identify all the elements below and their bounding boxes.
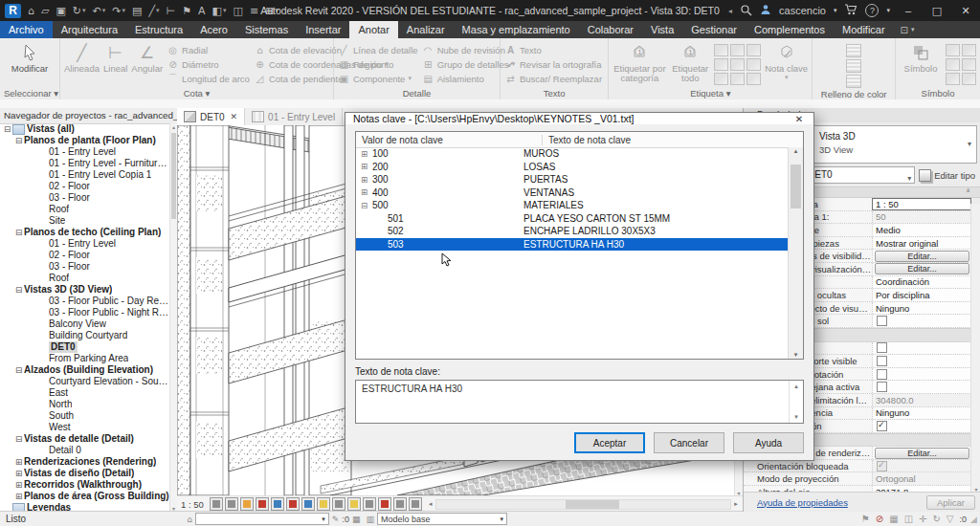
select-by-face-icon[interactable]: ◫ — [904, 514, 913, 524]
tree-item[interactable]: Courtyard Elevation - South Wing — [0, 376, 170, 387]
tree-item[interactable]: 03 - Floor Public - Day Rendering — [0, 296, 170, 307]
keynote-toggle-icon[interactable]: ⊞ — [361, 162, 372, 171]
property-value[interactable] — [872, 342, 971, 355]
properties-help-link[interactable]: Ayuda de propiedades — [757, 497, 848, 508]
tree-item[interactable]: 03 - Floor Public - Night Rendering — [0, 307, 170, 318]
keynote-row[interactable]: 503 ESTRUCTURA HA H30 — [356, 238, 789, 252]
print-icon[interactable]: ▤ — [132, 5, 142, 17]
default-3d-view-icon[interactable]: ◧▾ — [212, 5, 227, 17]
type-selector-caret-icon[interactable]: ▾ — [968, 140, 971, 148]
tab-acero[interactable]: Acero — [191, 21, 236, 38]
keynote-row[interactable]: ⊟ 500 MATERIALES — [356, 199, 789, 212]
tree-item[interactable]: West — [0, 422, 170, 433]
tree-item[interactable]: 01 - Entry Level — [0, 146, 170, 158]
tree-item[interactable]: Building Courtyard — [0, 330, 170, 341]
tab-sistemas[interactable]: Sistemas — [236, 21, 297, 38]
panel-label-cota[interactable]: Cota ▾ — [60, 87, 333, 99]
tree-item[interactable]: North — [0, 399, 170, 410]
aceptar-button[interactable]: Aceptar — [574, 432, 645, 453]
undo-icon[interactable]: ↶▾ — [93, 5, 106, 17]
username[interactable]: cascencio — [779, 5, 826, 16]
tree-toggle-icon[interactable]: ⊟ — [13, 135, 24, 146]
simbolo-button[interactable]: Símbolo — [900, 41, 942, 74]
tree-item[interactable]: Roof — [0, 273, 170, 284]
ayuda-button[interactable]: Ayuda — [733, 432, 804, 453]
tree-item[interactable]: ⊟ Planos de techo (Ceiling Plan) — [0, 227, 170, 238]
modify-button[interactable]: Modificar — [4, 41, 56, 74]
property-value[interactable]: Mostrar original — [872, 237, 971, 250]
tree-toggle-icon[interactable]: ⊞ — [13, 456, 24, 468]
tree-item[interactable]: ⊞ Vistas de diseño (Detail) — [0, 468, 170, 479]
keynote-scrollbar[interactable]: ▴▾ — [788, 147, 803, 359]
tree-item[interactable]: Balcony View — [0, 318, 170, 330]
tree-item[interactable]: 03 - Floor — [0, 192, 170, 204]
property-value[interactable] — [872, 368, 971, 381]
tree-item[interactable]: DET0 — [0, 341, 170, 353]
property-value[interactable]: Medio — [872, 224, 971, 236]
keynote-toggle-icon[interactable]: ⊟ — [361, 201, 372, 210]
tree-item[interactable]: ⊟ Vistas de detalle (Detail) — [0, 433, 170, 445]
home-icon[interactable]: ⌂ — [28, 5, 34, 17]
property-row[interactable]: Modo de proyección Ortogonal — [744, 472, 971, 486]
componente-button[interactable]: ▣Componente▾ — [338, 72, 418, 85]
span-direction-icon[interactable] — [946, 44, 960, 56]
filter-icon[interactable]: ▽ — [947, 514, 954, 524]
property-value[interactable]: Ortogonal — [872, 472, 971, 485]
view-scale-button[interactable]: 1 : 50 — [181, 499, 204, 510]
tree-item[interactable]: South — [0, 410, 170, 422]
lineal-button[interactable]: ⊢ Lineal — [103, 41, 127, 74]
tab-anotar[interactable]: Anotar — [349, 21, 397, 38]
region-button[interactable]: ▨Región▾ — [338, 57, 418, 71]
keynote-row[interactable]: ⊞ 400 VENTANAS — [356, 186, 789, 200]
thin-lines-icon[interactable]: ≡ — [250, 5, 258, 17]
tree-item[interactable]: ⊞ Renderizaciones (Rendering) — [0, 456, 170, 468]
tree-toggle-icon[interactable]: ⊞ — [13, 468, 24, 479]
property-value[interactable] — [872, 355, 971, 367]
workset-select[interactable]: ▾ — [195, 513, 329, 525]
panel-label-seleccionar[interactable]: Seleccionar ▾ — [0, 87, 59, 99]
reveal-hidden-icon[interactable] — [347, 497, 361, 511]
path-arrow-icon[interactable] — [962, 58, 976, 71]
workset-home-icon[interactable]: ⌂ — [187, 515, 192, 524]
tab-masa-y-emplazamiento[interactable]: Masa y emplazamiento — [454, 21, 579, 38]
redo-icon[interactable]: ↷▾ — [112, 5, 125, 17]
property-value[interactable]: Editar... — [872, 250, 971, 262]
color-fill-legend-icon[interactable] — [846, 75, 861, 88]
tree-item[interactable]: ⊟ Vistas 3D (3D View) — [0, 284, 170, 296]
tree-item[interactable]: From Parking Area — [0, 353, 170, 364]
checkbox[interactable] — [877, 421, 887, 431]
keynote-legend-icon[interactable] — [946, 73, 960, 85]
property-value[interactable]: Editar... — [872, 263, 971, 275]
property-value[interactable]: Ninguno — [872, 407, 971, 420]
keynote-row[interactable]: ⊞ 200 LOSAS — [356, 161, 789, 174]
tab-analizar[interactable]: Analizar — [398, 21, 454, 38]
property-value[interactable]: 1 : 50 — [872, 198, 971, 210]
keynote-textbox-scrollbar[interactable]: ▴▾ — [789, 381, 803, 423]
property-value[interactable]: Editar... — [872, 447, 971, 459]
keynote-row[interactable]: ⊞ 300 PUERTAS — [356, 173, 789, 186]
keynote-row[interactable]: 502 ENCHAPE LADRILLO 30X5X3 — [356, 225, 789, 238]
text-icon[interactable]: A — [198, 5, 206, 17]
checkbox[interactable] — [877, 382, 887, 392]
checkbox[interactable] — [877, 356, 887, 366]
dialog-close-icon[interactable]: ✕ — [785, 114, 813, 124]
column-header-value[interactable]: Valor de nota clave — [356, 135, 543, 145]
sync-icon[interactable]: ↻▾ — [73, 5, 86, 17]
tree-toggle-icon[interactable]: ⊟ — [13, 364, 24, 376]
etiquetar-por-categoria-button[interactable]: 1 Etiquetar por categoría — [612, 41, 666, 84]
help-menu-caret-icon[interactable]: ▾ — [886, 7, 890, 14]
tree-item[interactable]: 02 - Floor — [0, 250, 170, 261]
tree-toggle-icon[interactable]: ⊟ — [13, 227, 24, 238]
space-tag-icon[interactable] — [730, 44, 745, 56]
aligned-dimension-icon[interactable]: ⊢ — [167, 5, 176, 17]
design-option-select[interactable]: Modelo base▾ — [377, 513, 507, 525]
tree-toggle-icon[interactable]: ⊟ — [13, 284, 24, 296]
column-header-text[interactable]: Texto de nota clave — [543, 135, 803, 145]
tab-estructura[interactable]: Estructura — [126, 21, 191, 38]
view-reference-icon[interactable] — [746, 58, 761, 71]
cancelar-button[interactable]: Cancelar — [654, 432, 724, 453]
help-icon[interactable]: ? — [865, 4, 879, 17]
user-menu-caret-icon[interactable]: ▾ — [834, 7, 837, 14]
select-links-icon[interactable]: ⚑ — [861, 514, 870, 524]
worksharing-display-icon[interactable] — [409, 497, 422, 511]
